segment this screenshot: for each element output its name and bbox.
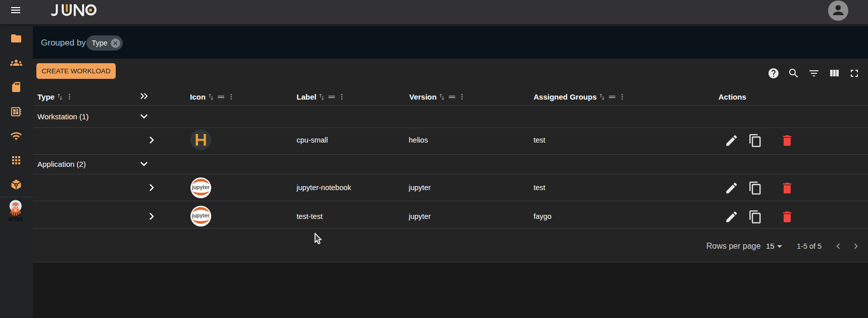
svg-text:jupyter: jupyter [191, 212, 210, 218]
svg-text:jupyter: jupyter [191, 184, 210, 190]
svg-text:argo: argo [8, 215, 23, 222]
